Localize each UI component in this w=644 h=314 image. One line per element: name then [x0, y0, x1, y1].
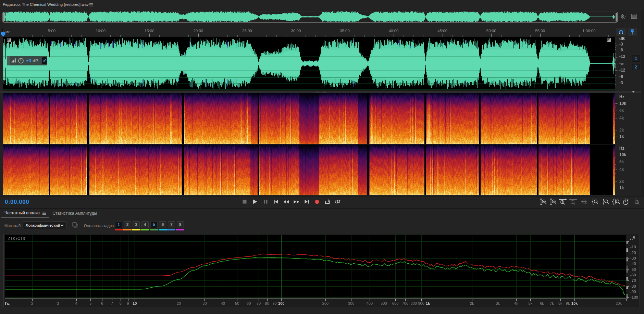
- hud-grip-handle[interactable]: [7, 56, 10, 65]
- tab-amplitude-statistics[interactable]: Статистика Амплитуды: [49, 209, 100, 217]
- hz-tick-label: 4k: [619, 116, 624, 121]
- tab-label: Статистика Амплитуды: [52, 211, 97, 216]
- zoom-out-horizontal-button[interactable]: [568, 198, 578, 206]
- gain-value[interactable]: +0: [26, 58, 31, 63]
- chart-x-tick-label: 800: [411, 301, 417, 305]
- hud-separator: [41, 57, 41, 64]
- corner-grabber-right-icon[interactable]: [607, 38, 611, 42]
- chart-y-tick-label: -100: [630, 295, 638, 299]
- chart-title: ИТК (CTI): [8, 236, 25, 240]
- hz-unit-label: Hz: [619, 146, 624, 151]
- zoom-in-horizontal-button[interactable]: [558, 198, 568, 206]
- editor-panel-header: Редактор: The Chemical Wedding [restored…: [0, 0, 644, 10]
- hold-frame-color-swatch: [167, 229, 175, 230]
- panel-menu-icon[interactable]: [42, 212, 46, 215]
- chart-x-unit-label: Гц: [5, 301, 10, 305]
- zoom-selection-button[interactable]: [611, 198, 621, 206]
- gain-hud[interactable]: +0 dB: [7, 56, 47, 65]
- zoom-in-v-icon: [540, 198, 547, 205]
- hold-frame-6-button[interactable]: 6: [159, 221, 166, 228]
- loop-icon: [325, 199, 330, 204]
- hold-frame-3-button[interactable]: 3: [133, 221, 140, 228]
- chart-x-tick-label: 70: [257, 301, 261, 305]
- hud-pin-icon: [42, 59, 47, 63]
- hz-unit-label: Hz: [619, 95, 624, 99]
- right-edge-gutter: [641, 10, 644, 196]
- splitter-grip-dots[interactable]: [316, 91, 327, 93]
- scale-dropdown[interactable]: Логарифмический: [23, 221, 66, 229]
- loop-playback-button[interactable]: [323, 198, 332, 206]
- frequency-analysis-chart[interactable]: [3, 234, 640, 307]
- chart-x-tick-label: 4: [75, 301, 77, 305]
- rewind-icon: [283, 200, 289, 204]
- hold-frame-color-swatch: [150, 229, 158, 230]
- chart-x-tick-label: 10: [133, 301, 137, 305]
- skip-selection-button[interactable]: [333, 198, 343, 206]
- rewind-button[interactable]: [282, 198, 291, 206]
- db-tick-label: -12: [619, 68, 625, 73]
- chart-x-tick-label: 10k: [571, 301, 578, 305]
- hz-tick-label: 4k: [619, 167, 624, 172]
- spectrogram-left-channel[interactable]: [3, 93, 615, 144]
- hold-frame-5-button[interactable]: 5: [150, 221, 158, 228]
- timer-button[interactable]: [621, 198, 631, 206]
- fast-forward-button[interactable]: [292, 198, 301, 206]
- zoom-in-right-button[interactable]: [601, 198, 610, 206]
- channel-2-button[interactable]: 2: [632, 64, 640, 70]
- hamburger-icon[interactable]: [89, 3, 93, 7]
- hold-frame-2-button[interactable]: 2: [124, 221, 131, 228]
- timeline-ruler[interactable]: чмс 5:0010:0015:0020:0025:0030:0035:0040…: [0, 27, 644, 37]
- hold-frame-label: Остановка кадра:: [84, 224, 115, 228]
- timeline-label: 25:00: [242, 29, 252, 33]
- pause-button[interactable]: [261, 198, 270, 206]
- main-waveform[interactable]: [3, 37, 615, 90]
- chart-x-tick-label: 9: [127, 301, 129, 305]
- stop-button[interactable]: [240, 198, 249, 206]
- play-icon: [253, 199, 257, 204]
- zoom-amplitude-button[interactable]: [632, 198, 641, 206]
- gain-knob-icon[interactable]: [18, 58, 24, 64]
- chart-x-tick-label: 20: [177, 301, 181, 305]
- zoom-out-vertical-button[interactable]: [548, 198, 558, 206]
- chart-x-tick-label: 6: [101, 301, 103, 305]
- skip-to-start-button[interactable]: [271, 198, 281, 206]
- tab-label: Частотный анализ: [4, 211, 39, 215]
- channel-1-button[interactable]: 1: [632, 55, 640, 62]
- copy-frame-icon[interactable]: [72, 222, 78, 228]
- chart-y-tick-label: -90: [630, 290, 636, 294]
- tab-frequency-analysis[interactable]: Частотный анализ: [1, 209, 49, 217]
- hold-frame-color-swatch: [123, 229, 132, 230]
- hold-frame-8-button[interactable]: 8: [177, 221, 184, 228]
- chart-y-tick-label: -20: [630, 251, 636, 255]
- time-display[interactable]: 0:00.000: [5, 199, 29, 205]
- db-tick-label: -3: [619, 42, 623, 47]
- zoom-in-vertical-button[interactable]: [538, 198, 548, 206]
- zoom-reset-button[interactable]: [579, 198, 589, 206]
- hold-frame-1-button[interactable]: 1: [115, 221, 122, 228]
- record-button[interactable]: [312, 198, 322, 206]
- spectrogram-right-channel[interactable]: [3, 145, 615, 195]
- hud-pin-button[interactable]: [42, 57, 47, 64]
- hold-frame-4-button[interactable]: 4: [141, 221, 149, 228]
- hold-frame-color-swatch: [132, 229, 140, 230]
- overview-left-handle[interactable]: [3, 13, 4, 22]
- hold-frame-7-button[interactable]: 7: [168, 221, 175, 228]
- zoom-in-h-icon: [559, 198, 567, 205]
- chevron-down-icon: [60, 224, 64, 226]
- corner-grabber-left-icon[interactable]: [7, 38, 11, 42]
- timeline-label: 10:00: [96, 29, 106, 33]
- timeline-label: 35:00: [340, 29, 350, 33]
- chart-x-tick-label: 3k: [496, 301, 500, 305]
- editor-title: Редактор: The Chemical Wedding [restored…: [3, 2, 89, 7]
- timeline-label: 20:00: [193, 29, 203, 33]
- playhead-handle[interactable]: [1, 32, 5, 37]
- play-button[interactable]: [250, 198, 260, 206]
- chart-x-tick-label: 9k: [566, 301, 570, 305]
- scale-dropdown-value: Логарифмический: [26, 223, 60, 227]
- zoom-in-left-button[interactable]: [590, 198, 600, 206]
- gain-unit-label: dB: [33, 58, 38, 63]
- chart-x-tick-label: 20k: [616, 301, 622, 305]
- chart-x-tick-label: 700: [402, 301, 408, 305]
- overview-range-box[interactable]: [2, 12, 618, 23]
- skip-to-end-button[interactable]: [302, 198, 311, 206]
